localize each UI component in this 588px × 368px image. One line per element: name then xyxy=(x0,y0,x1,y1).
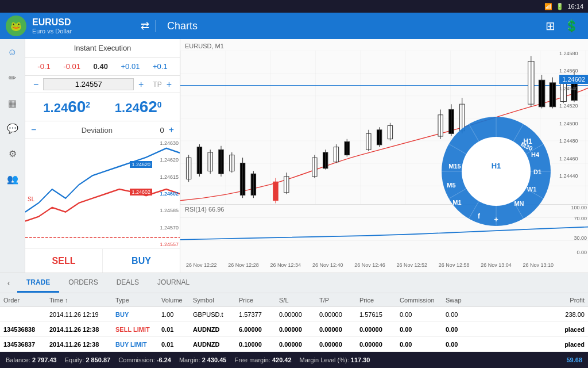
sell-button[interactable]: SELL xyxy=(25,248,102,273)
chart-label: EURUSD, M1 xyxy=(185,43,224,49)
bid-sup: 2 xyxy=(86,100,90,109)
th-time: Time ↑ xyxy=(46,297,112,304)
mini-price-4: 1.24602 xyxy=(160,191,179,197)
balance-value: 2 797.43 xyxy=(32,356,57,363)
sidebar-item-profile[interactable]: ☺ xyxy=(4,44,21,61)
timeframe-wheel: M30 H1 H4 D1 W1 MN + f M1 M5 M15 H1 xyxy=(439,114,554,229)
symbol-name: EURUSD xyxy=(32,17,72,28)
price-axis: 1.24580 1.24560 1.24540 1.24520 1.24500 … xyxy=(559,51,587,179)
header: 🐸 EURUSD Euro vs Dollar ⇄ Charts ⊞ 💲 xyxy=(0,13,588,39)
tab-trade[interactable]: TRADE xyxy=(17,273,59,293)
th-price: Price xyxy=(235,297,276,304)
margin-level-value: 117.30 xyxy=(351,356,370,363)
sidebar-item-pen[interactable]: ✏ xyxy=(4,69,21,86)
exchange-icon[interactable]: ⇄ xyxy=(141,20,149,32)
sl-minus-btn[interactable]: − xyxy=(31,79,41,90)
rsi-100: 100.00 xyxy=(571,205,587,210)
equity-value: 2 850.87 xyxy=(86,356,110,363)
bid-main: 1.24 xyxy=(43,101,68,115)
svg-text:D1: D1 xyxy=(533,168,541,175)
td-volume-2: 0.01 xyxy=(158,326,189,333)
price-3: 1.24540 xyxy=(559,86,587,91)
sidebar-item-settings[interactable]: ⚙ xyxy=(4,145,21,162)
td-symbol-1: GBPUSD.t xyxy=(189,311,235,318)
sidebar-item-document[interactable]: ▦ xyxy=(4,94,21,112)
header-symbol: EURUSD Euro vs Dollar xyxy=(32,17,72,35)
td-commission-1: 0.00 xyxy=(396,311,442,318)
price-8: 1.24440 xyxy=(559,173,587,179)
rsi-70: 70.00 xyxy=(574,216,587,221)
balance-item-balance: Balance: 2 797.43 xyxy=(6,356,57,363)
td-price2-2: 0.00000 xyxy=(356,326,396,333)
td-tp-1: 0.00000 xyxy=(316,311,356,318)
td-price2-1: 1.57615 xyxy=(356,311,396,318)
time-axis: 26 Nov 12:22 26 Nov 12:28 26 Nov 12:34 2… xyxy=(180,262,559,268)
td-time-2: 2014.11.26 12:38 xyxy=(46,326,112,333)
adj-plus001[interactable]: +0.01 xyxy=(118,61,142,72)
deviation-label: Deviation xyxy=(36,126,157,135)
th-symbol: Symbol xyxy=(189,297,235,304)
td-order-3: 134536837 xyxy=(0,341,46,348)
td-price2-3: 0.00000 xyxy=(356,341,396,348)
buy-button[interactable]: BUY xyxy=(102,248,180,273)
th-order: Order xyxy=(0,297,46,304)
trade-icon[interactable]: 💲 xyxy=(564,19,579,33)
td-profit-1: 238.00 xyxy=(474,311,588,318)
bid-ask-row: 1.24602 1.24620 xyxy=(25,93,180,121)
rsi-30: 30.00 xyxy=(574,235,587,241)
rsi-label: RSI(14) 66.96 xyxy=(185,206,224,213)
balance-item-margin: Margin: 2 430.45 xyxy=(179,356,227,363)
sidebar-item-people[interactable]: 👥 xyxy=(4,170,21,187)
td-symbol-3: AUDNZD xyxy=(189,341,235,348)
table-header: Order Time ↑ Type Volume Symbol Price S/… xyxy=(0,293,588,307)
tp-label: TP xyxy=(153,80,161,89)
tab-orders[interactable]: ORDERS xyxy=(59,273,107,293)
left-panel: Instant Execution -0.1 -0.01 0.40 +0.01 … xyxy=(25,39,180,273)
time-label-9: 26 Nov 13:10 xyxy=(523,262,554,268)
svg-point-56 xyxy=(462,137,531,206)
td-tp-3: 0.00000 xyxy=(316,341,356,348)
table-area: Order Time ↑ Type Volume Symbol Price S/… xyxy=(0,293,588,352)
tab-journal[interactable]: JOURNAL xyxy=(148,273,199,293)
tp-plus-btn[interactable]: + xyxy=(164,79,174,90)
td-price-3: 0.10000 xyxy=(235,341,276,348)
sl-tp-row: − 1.24557 + TP + xyxy=(25,76,180,93)
sidebar-item-chat[interactable]: 💬 xyxy=(4,120,21,137)
mini-price-2: 1.24620 xyxy=(160,157,179,163)
svg-text:H1: H1 xyxy=(492,162,501,170)
table-row[interactable]: 2014.11.26 12:19 BUY 1.00 GBPUSD.t 1.573… xyxy=(0,307,588,322)
td-time-1: 2014.11.26 12:19 xyxy=(46,311,112,318)
table-row[interactable]: 134536838 2014.11.26 12:38 SELL LIMIT 0.… xyxy=(0,322,588,337)
free-margin-value: 420.42 xyxy=(272,356,292,363)
th-price2: Price xyxy=(356,297,396,304)
svg-text:W1: W1 xyxy=(527,186,537,193)
td-profit-3: placed xyxy=(474,341,588,348)
adj-minus001[interactable]: -0.01 xyxy=(61,61,83,72)
balance-item-equity: Equity: 2 850.87 xyxy=(65,356,111,363)
th-tp: T/P xyxy=(316,297,356,304)
deviation-plus-btn[interactable]: + xyxy=(169,125,174,135)
td-sl-3: 0.00000 xyxy=(276,341,316,348)
adj-plus01[interactable]: +0.1 xyxy=(150,61,170,72)
ask-price: 1.24620 xyxy=(115,98,162,116)
svg-text:M1: M1 xyxy=(452,199,461,206)
sl-plus-btn[interactable]: + xyxy=(136,79,146,90)
red-price-badge: 1.24602 xyxy=(130,189,152,195)
td-type-3: BUY LIMIT xyxy=(112,341,158,348)
side-icons: ☺ ✏ ▦ 💬 ⚙ 👥 xyxy=(0,39,25,273)
tab-deals[interactable]: DEALS xyxy=(107,273,148,293)
tab-arrow-left[interactable]: ‹ xyxy=(0,278,17,288)
header-right: ⊞ 💲 xyxy=(546,19,588,33)
chart-area: EURUSD, M1 1.24602 xyxy=(180,39,588,273)
adj-minus01[interactable]: -0.1 xyxy=(35,61,52,72)
wifi-icon: 📶 xyxy=(544,3,552,10)
deviation-minus-btn[interactable]: − xyxy=(31,125,36,135)
new-window-icon[interactable]: ⊞ xyxy=(546,19,555,33)
sl-price[interactable]: 1.24557 xyxy=(43,78,134,90)
price-2: 1.24560 xyxy=(559,68,587,74)
table-row[interactable]: 134536837 2014.11.26 12:38 BUY LIMIT 0.0… xyxy=(0,337,588,352)
adj-040[interactable]: 0.40 xyxy=(91,61,110,72)
svg-text:M15: M15 xyxy=(448,163,461,170)
ask-main: 1.24 xyxy=(115,101,140,115)
th-swap: Swap xyxy=(442,297,474,304)
